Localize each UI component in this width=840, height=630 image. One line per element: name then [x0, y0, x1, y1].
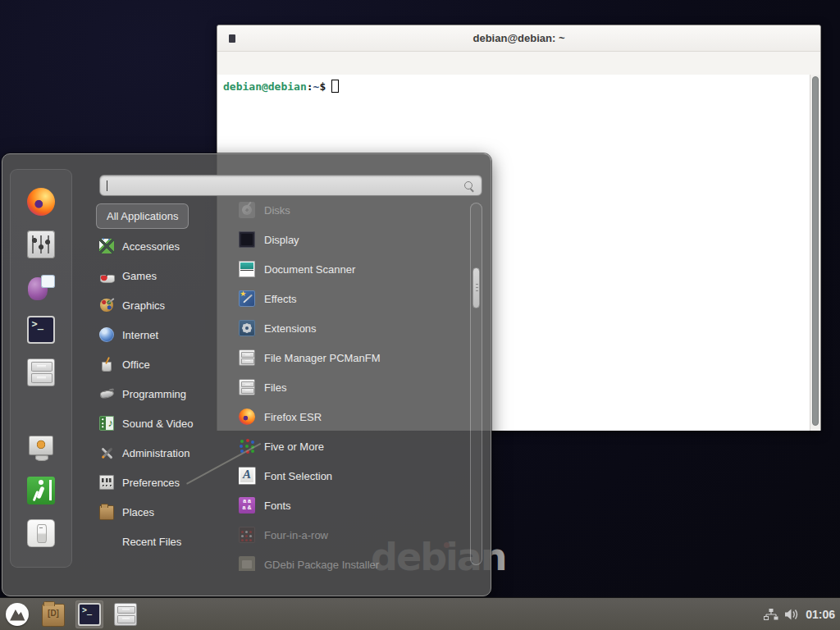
category-label: Office — [122, 358, 150, 371]
app-extensions[interactable]: Extensions — [239, 313, 465, 343]
firefox-icon — [27, 188, 55, 216]
log-out-icon — [27, 477, 55, 504]
session-button-lock-screen[interactable] — [27, 434, 55, 462]
app-display[interactable]: Display — [239, 225, 465, 254]
window-control-minimize[interactable] — [746, 34, 756, 43]
app-label: Font Selection — [264, 470, 332, 482]
favorite-file-manager[interactable] — [27, 358, 55, 386]
app-effects[interactable]: Effects — [239, 284, 465, 313]
terminal-window-icon — [229, 34, 235, 43]
display-icon — [239, 231, 255, 248]
terminal-icon — [27, 316, 55, 344]
window-control-maximize[interactable] — [773, 34, 783, 43]
app-list-scrollbar[interactable] — [470, 203, 482, 565]
games-icon — [99, 268, 114, 283]
taskbar-button-terminal[interactable] — [75, 600, 103, 628]
taskbar-launchers — [3, 598, 139, 630]
category-preferences[interactable]: Preferences — [96, 468, 219, 497]
terminal-menubar — [217, 52, 820, 75]
taskbar-button-file-manager[interactable] — [112, 600, 139, 628]
favorite-terminal[interactable] — [27, 316, 55, 344]
search-icon — [463, 180, 474, 191]
category-label: All Applications — [107, 210, 178, 222]
category-graphics[interactable]: Graphics — [96, 290, 219, 320]
terminal-scrollbar[interactable] — [810, 75, 820, 431]
internet-icon — [99, 327, 114, 342]
application-list: Disks Display Document Scanner Effects E… — [239, 195, 465, 571]
app-file-manager-pcmanfm[interactable]: File Manager PCManFM — [239, 343, 465, 372]
document-scanner-icon — [239, 261, 255, 277]
category-label: Preferences — [122, 477, 180, 489]
taskbar-button-desktop-folder[interactable] — [39, 600, 67, 628]
lock-screen-icon — [27, 434, 55, 462]
favorite-pidgin[interactable] — [27, 273, 55, 301]
terminal-titlebar[interactable]: debian@debian: ~ — [217, 25, 820, 52]
session-button-shutdown[interactable] — [27, 519, 55, 547]
session-button-log-out[interactable] — [27, 477, 55, 504]
favorite-control-center[interactable] — [27, 231, 55, 258]
app-fonts[interactable]: Fonts — [239, 491, 465, 520]
terminal-cursor — [331, 80, 339, 93]
desktop-folder-icon — [42, 604, 65, 627]
app-label: Firefox ESR — [264, 411, 322, 423]
terminal-scrollbar-thumb[interactable] — [812, 76, 819, 426]
app-label: Display — [264, 234, 299, 246]
category-places[interactable]: Places — [96, 497, 219, 527]
category-internet[interactable]: Internet — [96, 320, 219, 349]
app-label: Four-in-a-row — [264, 529, 328, 541]
menu-logo-icon — [6, 603, 29, 626]
category-label: Internet — [122, 329, 158, 341]
category-label: Places — [122, 506, 154, 518]
app-four-in-a-row[interactable]: Four-in-a-row — [239, 520, 465, 550]
volume-icon[interactable] — [785, 609, 799, 620]
category-administration[interactable]: Administration — [96, 438, 219, 468]
category-all-applications[interactable]: All Applications — [96, 203, 189, 229]
favorite-apps — [11, 188, 71, 386]
category-games[interactable]: Games — [96, 261, 219, 290]
app-label: Extensions — [264, 322, 317, 335]
category-office[interactable]: Office — [96, 349, 219, 379]
extensions-icon — [239, 320, 255, 336]
terminal-window-title: debian@debian: ~ — [473, 32, 565, 44]
app-firefox-esr[interactable]: Firefox ESR — [239, 402, 465, 431]
network-icon[interactable] — [764, 609, 778, 621]
taskbar-button-menu[interactable] — [3, 600, 31, 628]
category-list: All Applications Accessories Games Graph… — [96, 202, 219, 556]
category-label: Recent Files — [99, 536, 181, 548]
category-programming[interactable]: Programming — [96, 379, 219, 409]
app-disks[interactable]: Disks — [239, 195, 465, 225]
app-five-or-more[interactable]: Five or More — [239, 431, 465, 461]
app-label: File Manager PCManFM — [264, 352, 381, 364]
app-gdebi-package-installer[interactable]: GDebi Package Installer — [239, 550, 465, 571]
office-icon — [99, 357, 114, 372]
disks-icon — [239, 202, 255, 218]
app-list-scrollbar-thumb[interactable] — [472, 267, 480, 308]
taskbar-clock[interactable]: 01:06 — [806, 608, 835, 621]
app-font-selection[interactable]: Font Selection — [239, 461, 465, 491]
desktop: debian debian@debian: ~ debian@debian:~$ — [0, 0, 840, 630]
search-input[interactable] — [105, 177, 458, 194]
control-center-icon — [27, 231, 55, 258]
category-label: Sound & Video — [122, 418, 194, 430]
sound-video-icon — [99, 416, 114, 431]
graphics-icon — [99, 298, 114, 313]
app-label: Document Scanner — [264, 263, 355, 276]
category-sound-video[interactable]: Sound & Video — [96, 409, 219, 438]
menu-search-box — [99, 175, 482, 196]
category-accessories[interactable]: Accessories — [96, 231, 219, 261]
administration-icon — [99, 445, 114, 460]
search-caret — [107, 180, 107, 191]
pidgin-icon — [27, 273, 55, 301]
app-files[interactable]: Files — [239, 372, 465, 402]
category-label: Games — [122, 270, 157, 282]
prompt-symbol: $ — [319, 80, 326, 93]
favorite-firefox[interactable] — [27, 188, 55, 216]
file-manager-icon — [239, 379, 255, 395]
category-label: Accessories — [122, 240, 180, 253]
app-label: Disks — [264, 204, 290, 217]
shutdown-icon — [27, 519, 55, 547]
category-recent-files[interactable]: Recent Files — [96, 527, 219, 556]
app-document-scanner[interactable]: Document Scanner — [239, 254, 465, 284]
window-control-close[interactable] — [799, 34, 809, 43]
application-menu: All Applications Accessories Games Graph… — [2, 153, 491, 596]
